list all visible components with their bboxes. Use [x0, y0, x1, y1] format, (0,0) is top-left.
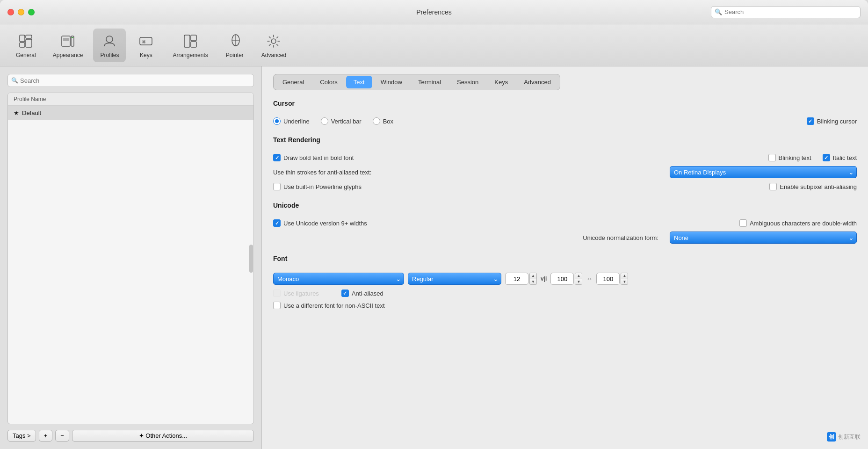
font-size-stepper: ▲ ▼ — [529, 273, 537, 285]
toolbar-item-keys[interactable]: ⌘ Keys — [130, 29, 162, 62]
tab-session[interactable]: Session — [449, 76, 486, 88]
ligatures-antialiased-row: Use ligatures Anti-aliased — [273, 290, 857, 297]
tab-colors[interactable]: Colors — [312, 76, 345, 88]
cursor-vertical-bar[interactable]: Vertical bar — [321, 117, 362, 125]
tab-advanced[interactable]: Advanced — [516, 76, 558, 88]
anti-aliased-checkbox[interactable] — [341, 290, 349, 297]
toolbar-item-pointer-label: Pointer — [226, 52, 244, 58]
thin-strokes-select-wrapper: On Retina Displays Always Never On Non-R… — [670, 166, 857, 178]
sidebar: 🔍 Profile Name ★ Default Tags > + − ✦ Ot… — [0, 66, 262, 449]
toolbar-item-arrangements[interactable]: Arrangements — [166, 29, 214, 62]
toolbar-item-appearance[interactable]: Appearance — [46, 29, 90, 62]
italic-text-checkbox[interactable] — [823, 154, 830, 161]
powerline-item[interactable]: Use built-in Powerline glyphs — [273, 183, 362, 190]
text-rendering-section: Text Rendering Draw bold text in bold fo… — [273, 136, 857, 190]
tab-terminal[interactable]: Terminal — [411, 76, 448, 88]
non-ascii-checkbox[interactable] — [273, 302, 281, 309]
watermark-logo: 创 — [827, 432, 836, 442]
preferences-window: Preferences 🔍 General — [0, 0, 868, 449]
vertical-spacing-increment[interactable]: ▲ — [575, 273, 582, 279]
non-ascii-item[interactable]: Use a different font for non-ASCII text — [273, 302, 385, 309]
minimize-button[interactable] — [18, 9, 24, 15]
toolbar-item-pointer[interactable]: Pointer — [218, 29, 251, 62]
svg-text:⌘: ⌘ — [142, 39, 145, 45]
profile-row-default[interactable]: ★ Default — [8, 106, 253, 120]
font-section-title: Font — [273, 255, 857, 262]
ambiguous-checkbox[interactable] — [739, 219, 747, 227]
blinking-text-item[interactable]: Blinking text — [768, 154, 811, 161]
subpixel-item[interactable]: Enable subpixel anti-aliasing — [769, 183, 857, 190]
pointer-icon — [226, 32, 244, 50]
content-panel: General Colors Text Window Terminal Sess… — [262, 66, 868, 449]
remove-profile-button[interactable]: − — [55, 430, 69, 442]
unicode-version-checkbox[interactable] — [273, 219, 281, 227]
draw-bold-checkbox[interactable] — [273, 154, 281, 161]
toolbar-item-profiles[interactable]: Profiles — [93, 29, 126, 62]
tab-text[interactable]: Text — [346, 76, 372, 88]
font-name-select[interactable]: Monaco Menlo Courier New — [273, 273, 404, 285]
blinking-text-checkbox[interactable] — [768, 154, 776, 161]
use-ligatures-item[interactable]: Use ligatures — [273, 290, 319, 297]
blinking-cursor-checkbox[interactable] — [807, 117, 814, 125]
font-size-decrement[interactable]: ▼ — [530, 279, 536, 285]
draw-bold-item[interactable]: Draw bold text in bold font — [273, 154, 354, 161]
horizontal-spacing-group: ▲ ▼ — [596, 273, 628, 285]
svg-point-8 — [106, 36, 113, 43]
title-search-input[interactable] — [711, 6, 861, 18]
sidebar-search-input[interactable] — [7, 74, 254, 87]
cursor-vertical-bar-radio[interactable] — [321, 117, 328, 125]
unicode-norm-label: Unicode normalization form: — [583, 234, 662, 241]
italic-text-item[interactable]: Italic text — [823, 154, 857, 161]
maximize-button[interactable] — [28, 9, 35, 15]
toolbar-item-general[interactable]: General — [9, 29, 43, 62]
font-size-increment[interactable]: ▲ — [530, 273, 536, 279]
font-name-dropdown-container: Monaco Menlo Courier New ⌄ — [273, 273, 404, 285]
watermark-text: 创新互联 — [838, 433, 861, 441]
italic-text-label: Italic text — [833, 154, 857, 161]
svg-rect-11 — [184, 35, 190, 47]
tab-keys[interactable]: Keys — [487, 76, 515, 88]
subpixel-checkbox[interactable] — [769, 183, 777, 190]
cursor-underline[interactable]: Underline — [273, 117, 310, 125]
anti-aliased-label: Anti-aliased — [352, 290, 383, 297]
cursor-section: Cursor Underline Vertical bar — [273, 100, 857, 125]
unicode-norm-select[interactable]: None NFC NFD NFKC NFKD — [670, 232, 857, 244]
horizontal-spacing-increment[interactable]: ▲ — [621, 273, 628, 279]
horizontal-spacing-stepper: ▲ ▼ — [621, 273, 628, 285]
toolbar-item-general-label: General — [16, 52, 36, 58]
horizontal-spacing-decrement[interactable]: ▼ — [621, 279, 628, 285]
title-search-container: 🔍 — [711, 6, 861, 18]
cursor-box-radio[interactable] — [373, 117, 380, 125]
vertical-spacing-decrement[interactable]: ▼ — [575, 279, 582, 285]
close-button[interactable] — [7, 9, 14, 15]
cursor-box[interactable]: Box — [373, 117, 393, 125]
blinking-cursor-item[interactable]: Blinking cursor — [807, 117, 857, 125]
profiles-list: Profile Name ★ Default — [7, 93, 254, 424]
font-size-input[interactable] — [505, 273, 528, 285]
powerline-checkbox[interactable] — [273, 183, 281, 190]
tab-general[interactable]: General — [275, 76, 311, 88]
use-ligatures-checkbox[interactable] — [273, 290, 281, 297]
svg-rect-1 — [20, 43, 25, 47]
thin-strokes-select[interactable]: On Retina Displays Always Never On Non-R… — [670, 166, 857, 178]
arrangements-icon — [181, 32, 199, 50]
unicode-version-item[interactable]: Use Unicode version 9+ widths — [273, 219, 367, 227]
tab-window[interactable]: Window — [373, 76, 410, 88]
title-search-icon: 🔍 — [715, 8, 722, 15]
font-style-select[interactable]: Regular Bold Italic — [408, 273, 501, 285]
scrollbar-handle[interactable] — [249, 245, 253, 273]
anti-aliased-item[interactable]: Anti-aliased — [341, 290, 383, 297]
other-actions-button[interactable]: ✦ Other Actions... — [72, 430, 254, 442]
vertical-spacing-stepper: ▲ ▼ — [575, 273, 582, 285]
add-profile-button[interactable]: + — [39, 430, 53, 442]
tags-button[interactable]: Tags > — [7, 430, 36, 442]
powerline-subpixel-row: Use built-in Powerline glyphs Enable sub… — [273, 183, 857, 190]
toolbar-item-advanced[interactable]: Advanced — [255, 29, 293, 62]
toolbar: General Appearance Profiles — [0, 24, 868, 66]
vertical-spacing-input[interactable] — [550, 273, 574, 285]
svg-rect-3 — [26, 39, 32, 47]
ambiguous-item[interactable]: Ambiguous characters are double-width — [739, 219, 857, 227]
cursor-underline-radio[interactable] — [273, 117, 281, 125]
ambiguous-container: Ambiguous characters are double-width — [739, 219, 857, 227]
horizontal-spacing-input[interactable] — [596, 273, 620, 285]
